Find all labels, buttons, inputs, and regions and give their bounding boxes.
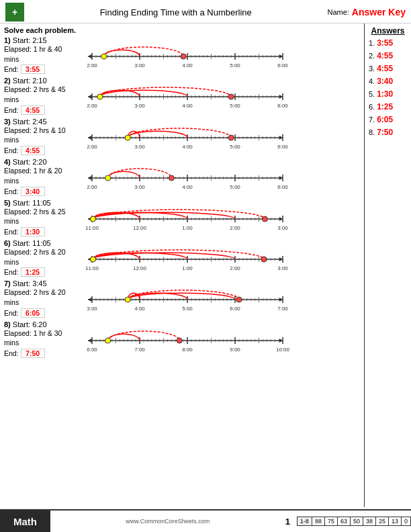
svg-text:8:00: 8:00 <box>182 347 193 351</box>
svg-text:4:00: 4:00 <box>182 184 193 189</box>
problem-5: 5) Start: 11:05 Elapsed: 2 hrs & 25 mins… <box>4 199 360 236</box>
svg-text:6:00: 6:00 <box>277 62 288 67</box>
answer-num: 8. <box>369 128 375 136</box>
svg-text:4:00: 4:00 <box>182 144 193 148</box>
svg-text:10:00: 10:00 <box>276 347 289 351</box>
svg-text:7:00: 7:00 <box>277 306 288 310</box>
problem-1: 1) Start: 2:15 Elapsed: 1 hr & 40 mins E… <box>4 36 360 74</box>
answer-value: 3:55 <box>377 38 393 48</box>
elapsed-text: Elapsed: 2 hrs & 25 mins <box>4 207 79 226</box>
problem-number: 6) Start: 11:05 <box>4 239 79 247</box>
svg-point-412 <box>236 297 242 302</box>
numberline-2: 2:003:004:005:006:00 <box>81 77 360 109</box>
problem-left-1: 1) Start: 2:15 Elapsed: 1 hr & 40 mins E… <box>4 36 81 74</box>
answer-item-5: 5.1:30 <box>369 89 407 99</box>
page-footer: Math www.CommonCoreSheets.com 1 1-888756… <box>0 509 411 532</box>
end-value: 3:40 <box>21 187 45 196</box>
svg-point-116 <box>97 94 103 99</box>
start-text: Start: 2:15 <box>13 36 47 44</box>
answer-value: 1:25 <box>377 102 393 112</box>
answer-item-1: 1.3:55 <box>369 38 407 48</box>
end-label: End: <box>4 309 19 317</box>
problem-left-7: 7) Start: 3:45 Elapsed: 2 hrs & 20 mins … <box>4 279 81 317</box>
score-cell-3: 63 <box>337 517 350 525</box>
numberline-3: 2:003:004:005:006:00 <box>81 118 360 150</box>
score-cell-4: 50 <box>350 517 363 525</box>
svg-text:12:00: 12:00 <box>133 225 147 230</box>
answer-num: 7. <box>369 116 375 124</box>
svg-marker-120 <box>88 136 91 140</box>
svg-text:3:00: 3:00 <box>87 306 97 310</box>
score-cell-2: 75 <box>324 517 337 525</box>
problem-6: 6) Start: 11:05 Elapsed: 2 hrs & 20 mins… <box>4 239 360 277</box>
problem-3: 3) Start: 2:45 Elapsed: 2 hrs & 10 mins … <box>4 118 360 155</box>
svg-text:3:00: 3:00 <box>134 62 145 67</box>
elapsed-text: Elapsed: 2 hrs & 20 mins <box>4 287 79 307</box>
svg-point-117 <box>228 94 234 99</box>
problem-8: 8) Start: 6:20 Elapsed: 1 hr & 30 mins E… <box>4 320 360 358</box>
problem-left-3: 3) Start: 2:45 Elapsed: 2 hrs & 10 mins … <box>4 118 81 155</box>
end-label: End: <box>4 65 19 73</box>
start-text: Start: 11:05 <box>13 199 51 207</box>
svg-text:6:00: 6:00 <box>277 144 288 148</box>
svg-text:9:00: 9:00 <box>230 347 240 351</box>
svg-text:6:00: 6:00 <box>277 184 288 189</box>
elapsed-text: Elapsed: 2 hrs & 10 mins <box>4 126 79 145</box>
problem-number: 8) Start: 6:20 <box>4 320 79 328</box>
svg-text:7:00: 7:00 <box>134 347 145 351</box>
svg-text:6:00: 6:00 <box>87 347 97 351</box>
answer-value: 1:30 <box>377 89 393 99</box>
score-cell-7: 13 <box>388 517 401 525</box>
problems-area: Solve each problem. 1) Start: 2:15 Elaps… <box>0 24 364 507</box>
svg-marker-356 <box>88 298 91 302</box>
svg-text:2:00: 2:00 <box>230 265 240 270</box>
svg-point-294 <box>262 216 267 222</box>
page-header: + Finding Ending Time with a Numberline … <box>0 0 411 24</box>
svg-point-352 <box>90 257 95 262</box>
footer-website: www.CommonCoreSheets.com <box>50 518 285 525</box>
answer-item-4: 4.3:40 <box>369 77 407 86</box>
svg-text:5:00: 5:00 <box>230 144 240 148</box>
elapsed-text: Elapsed: 1 hr & 30 mins <box>4 328 79 348</box>
svg-text:4:00: 4:00 <box>182 103 193 107</box>
answer-value: 4:55 <box>377 64 393 73</box>
elapsed-text: Elapsed: 1 hr & 20 mins <box>4 166 79 185</box>
svg-text:3:00: 3:00 <box>134 184 145 189</box>
answers-title: Answers <box>369 26 407 36</box>
logo-icon: + <box>5 3 24 21</box>
answers-container: 1.3:552.4:553.4:554.3:405.1:306.1:257.6:… <box>369 38 407 137</box>
start-text: Start: 3:45 <box>13 279 47 287</box>
svg-point-58 <box>181 54 186 59</box>
svg-text:2:00: 2:00 <box>87 144 97 148</box>
svg-text:12:00: 12:00 <box>133 265 147 270</box>
problem-7: 7) Start: 3:45 Elapsed: 2 hrs & 20 mins … <box>4 279 360 317</box>
svg-marker-2 <box>88 54 91 58</box>
svg-point-470 <box>105 338 111 343</box>
numberline-6: 11:0012:001:002:003:00 <box>81 239 360 271</box>
answer-item-2: 2.4:55 <box>369 51 407 60</box>
svg-text:5:00: 5:00 <box>182 306 193 310</box>
svg-text:11:00: 11:00 <box>85 225 99 230</box>
problem-left-5: 5) Start: 11:05 Elapsed: 2 hrs & 25 mins… <box>4 199 81 236</box>
answer-num: 3. <box>369 64 375 73</box>
score-cell-6: 25 <box>375 517 388 525</box>
end-value: 4:55 <box>21 105 45 115</box>
svg-text:4:00: 4:00 <box>134 306 145 310</box>
numberline-5: 11:0012:001:002:003:00 <box>81 199 360 231</box>
svg-point-234 <box>105 175 111 181</box>
svg-text:3:00: 3:00 <box>277 225 288 230</box>
score-cell-1: 88 <box>312 517 324 525</box>
problem-left-4: 4) Start: 2:20 Elapsed: 1 hr & 20 mins E… <box>4 158 81 195</box>
start-text: Start: 6:20 <box>13 320 47 328</box>
answer-value: 6:05 <box>377 115 393 124</box>
svg-point-176 <box>228 135 234 140</box>
elapsed-text: Elapsed: 2 hrs & 45 mins <box>4 85 79 104</box>
start-text: Start: 11:05 <box>13 239 51 247</box>
start-text: Start: 2:10 <box>13 77 47 85</box>
svg-point-293 <box>90 216 95 222</box>
numberline-4: 2:003:004:005:006:00 <box>81 158 360 190</box>
svg-point-411 <box>125 297 130 302</box>
svg-point-175 <box>125 135 130 140</box>
svg-text:2:00: 2:00 <box>87 184 97 189</box>
answer-num: 6. <box>369 103 375 111</box>
